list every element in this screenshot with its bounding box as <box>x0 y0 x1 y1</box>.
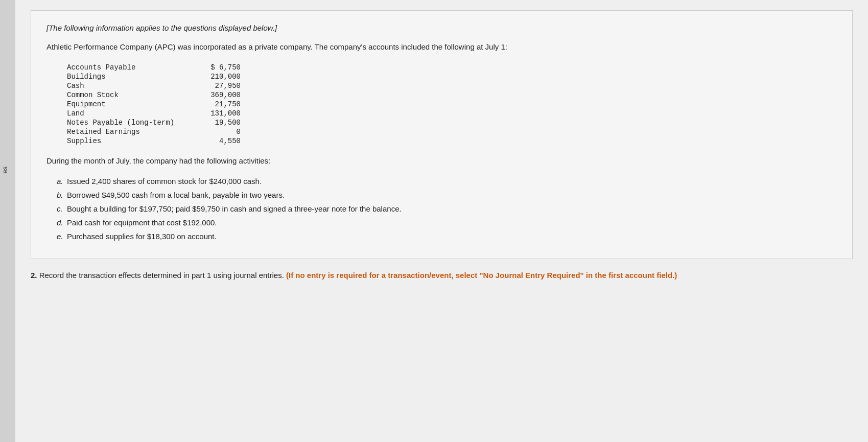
account-value: $ 6,750 <box>200 63 241 72</box>
activities-list: a.Issued 2,400 shares of common stock fo… <box>57 174 837 243</box>
activity-label: a. <box>57 174 64 188</box>
activity-text: Borrowed $49,500 cash from a local bank,… <box>67 188 285 202</box>
list-item: a.Issued 2,400 shares of common stock fo… <box>57 174 837 188</box>
activities-header: During the month of July, the company ha… <box>46 156 837 165</box>
table-row: Notes Payable (long-term)19,500 <box>67 119 837 127</box>
list-item: c.Bought a building for $197,750; paid $… <box>57 202 837 216</box>
info-box: [The following information applies to th… <box>31 10 853 259</box>
main-content: [The following information applies to th… <box>15 0 868 442</box>
table-row: Equipment21,750 <box>67 100 837 108</box>
account-name: Cash <box>67 82 200 90</box>
list-item: d.Paid cash for equipment that cost $192… <box>57 216 837 229</box>
question-2-number: 2. <box>31 271 37 280</box>
table-row: Accounts Payable$ 6,750 <box>67 63 837 72</box>
account-value: 210,000 <box>200 73 241 81</box>
activity-label: c. <box>57 202 64 216</box>
list-item: e.Purchased supplies for $18,300 on acco… <box>57 229 837 243</box>
question-2-bold: (If no entry is required for a transacti… <box>286 271 677 280</box>
table-row: Cash27,950 <box>67 82 837 90</box>
account-name: Buildings <box>67 73 200 81</box>
account-value: 21,750 <box>200 100 241 108</box>
account-name: Accounts Payable <box>67 63 200 72</box>
account-name: Retained Earnings <box>67 128 200 136</box>
sidebar: es <box>0 0 15 442</box>
activity-text: Paid cash for equipment that cost $192,0… <box>67 216 217 229</box>
activity-text: Issued 2,400 shares of common stock for … <box>67 174 262 188</box>
account-value: 0 <box>200 128 241 136</box>
sidebar-label: es <box>1 167 9 174</box>
account-name: Supplies <box>67 137 200 145</box>
activity-text: Purchased supplies for $18,300 on accoun… <box>67 229 217 243</box>
table-row: Common Stock369,000 <box>67 91 837 99</box>
table-row: Buildings210,000 <box>67 73 837 81</box>
accounts-table: Accounts Payable$ 6,750Buildings210,000C… <box>67 63 837 145</box>
intro-text: Athletic Performance Company (APC) was i… <box>46 41 837 53</box>
table-row: Supplies4,550 <box>67 137 837 145</box>
activity-text: Bought a building for $197,750; paid $59… <box>67 202 402 216</box>
list-item: b.Borrowed $49,500 cash from a local ban… <box>57 188 837 202</box>
account-name: Notes Payable (long-term) <box>67 119 200 127</box>
account-name: Common Stock <box>67 91 200 99</box>
italic-header: [The following information applies to th… <box>46 24 837 32</box>
table-row: Land131,000 <box>67 109 837 118</box>
account-name: Land <box>67 109 200 118</box>
activity-label: e. <box>57 229 64 243</box>
table-row: Retained Earnings0 <box>67 128 837 136</box>
account-name: Equipment <box>67 100 200 108</box>
account-value: 4,550 <box>200 137 241 145</box>
question-2: 2. Record the transaction effects determ… <box>31 269 853 282</box>
account-value: 19,500 <box>200 119 241 127</box>
question-2-text: Record the transaction effects determine… <box>39 271 286 280</box>
activity-label: b. <box>57 188 64 202</box>
activity-label: d. <box>57 216 64 229</box>
account-value: 369,000 <box>200 91 241 99</box>
account-value: 27,950 <box>200 82 241 90</box>
account-value: 131,000 <box>200 109 241 118</box>
